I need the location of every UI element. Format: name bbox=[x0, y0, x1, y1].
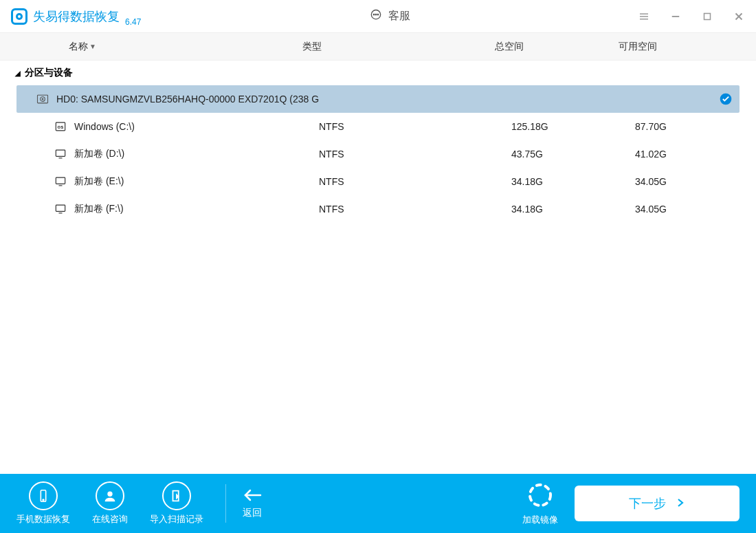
disk-icon bbox=[36, 92, 49, 106]
svg-point-13 bbox=[42, 98, 43, 100]
row-total: 34.18G bbox=[511, 176, 635, 187]
back-arrow-icon bbox=[243, 488, 262, 504]
row-type: NTFS bbox=[319, 176, 511, 187]
table-row[interactable]: HD0: SAMSUNGMZVLB256HAHQ-00000 EXD7201Q … bbox=[16, 85, 740, 113]
column-type[interactable]: 类型 bbox=[302, 41, 495, 53]
next-label: 下一步 bbox=[629, 495, 666, 512]
chat-icon bbox=[369, 8, 383, 25]
consult-button[interactable]: 在线咨询 bbox=[92, 481, 128, 525]
row-free: 87.70G bbox=[635, 121, 712, 132]
import-icon bbox=[162, 481, 191, 510]
svg-point-25 bbox=[43, 499, 44, 501]
drive-icon bbox=[54, 175, 67, 188]
menu-button[interactable] bbox=[638, 10, 650, 23]
row-label: 新加卷 (E:\) bbox=[74, 175, 124, 188]
footer-separator bbox=[225, 484, 226, 523]
row-total: 43.75G bbox=[511, 149, 635, 160]
svg-point-28 bbox=[530, 485, 551, 505]
row-label: 新加卷 (F:\) bbox=[74, 203, 124, 215]
table-row[interactable]: os Windows (C:\) NTFS 125.18G 87.70G bbox=[16, 113, 740, 140]
app-version: 6.47 bbox=[125, 17, 141, 32]
column-name-label: 名称 bbox=[69, 41, 88, 53]
svg-text:os: os bbox=[58, 124, 64, 130]
person-icon bbox=[96, 481, 124, 510]
load-image-label: 加载镜像 bbox=[522, 514, 558, 526]
phone-recovery-button[interactable]: 手机数据恢复 bbox=[16, 481, 70, 525]
support-label: 客服 bbox=[388, 9, 410, 23]
row-label: 新加卷 (D:\) bbox=[74, 148, 124, 160]
titlebar: 失易得数据恢复 6.47 客服 bbox=[0, 0, 756, 33]
row-type: NTFS bbox=[319, 204, 511, 215]
app-logo bbox=[11, 8, 27, 25]
section-partitions[interactable]: ◢ 分区与设备 bbox=[0, 61, 756, 85]
section-title: 分区与设备 bbox=[25, 67, 73, 79]
svg-point-26 bbox=[107, 492, 112, 497]
table-row[interactable]: 新加卷 (D:\) NTFS 43.75G 41.02G bbox=[16, 140, 740, 168]
footer: 手机数据恢复 在线咨询 导入扫描记录 返回 加载镜像 下一步 bbox=[0, 474, 756, 533]
svg-rect-20 bbox=[56, 177, 65, 184]
app-title: 失易得数据恢复 bbox=[33, 8, 120, 25]
sort-arrow-icon: ▼ bbox=[89, 43, 96, 50]
svg-rect-18 bbox=[56, 150, 65, 156]
phone-icon bbox=[29, 481, 58, 510]
svg-point-2 bbox=[375, 14, 376, 14]
row-type: NTFS bbox=[319, 149, 511, 160]
row-type: NTFS bbox=[319, 121, 511, 132]
column-total[interactable]: 总空间 bbox=[495, 41, 619, 53]
back-label: 返回 bbox=[243, 507, 262, 519]
column-free[interactable]: 可用空间 bbox=[619, 41, 756, 53]
phone-label: 手机数据恢复 bbox=[16, 513, 70, 525]
back-button[interactable]: 返回 bbox=[243, 488, 262, 519]
minimize-button[interactable] bbox=[669, 10, 682, 23]
loading-icon bbox=[526, 481, 554, 511]
collapse-arrow-icon: ◢ bbox=[15, 69, 21, 77]
svg-point-1 bbox=[373, 14, 374, 14]
svg-rect-22 bbox=[56, 205, 65, 211]
row-free: 34.05G bbox=[635, 204, 712, 215]
next-button[interactable]: 下一步 bbox=[575, 486, 740, 521]
chevron-right-icon bbox=[676, 497, 685, 511]
column-name[interactable]: 名称 ▼ bbox=[0, 41, 302, 53]
load-image-button[interactable]: 加载镜像 bbox=[522, 481, 558, 526]
support-button[interactable]: 客服 bbox=[141, 8, 638, 25]
maximize-button[interactable] bbox=[701, 10, 713, 23]
svg-rect-8 bbox=[704, 13, 711, 19]
table-row[interactable]: 新加卷 (F:\) NTFS 34.18G 34.05G bbox=[16, 195, 740, 223]
main-area: ◢ 分区与设备 HD0: SAMSUNGMZVLB256HAHQ-00000 E… bbox=[0, 61, 756, 474]
row-total: 34.18G bbox=[511, 204, 635, 215]
drive-icon bbox=[54, 147, 67, 161]
row-label: Windows (C:\) bbox=[74, 121, 135, 132]
consult-label: 在线咨询 bbox=[92, 513, 128, 525]
import-button[interactable]: 导入扫描记录 bbox=[150, 481, 203, 525]
drive-icon bbox=[54, 202, 67, 216]
row-label: HD0: SAMSUNGMZVLB256HAHQ-00000 EXD7201Q … bbox=[56, 94, 319, 105]
row-free: 34.05G bbox=[635, 176, 712, 187]
table-row[interactable]: 新加卷 (E:\) NTFS 34.18G 34.05G bbox=[16, 168, 740, 195]
os-drive-icon: os bbox=[54, 120, 67, 133]
table-header: 名称 ▼ 类型 总空间 可用空间 bbox=[0, 33, 756, 61]
check-icon bbox=[712, 92, 740, 106]
row-total: 125.18G bbox=[511, 121, 635, 132]
close-button[interactable] bbox=[733, 10, 745, 23]
svg-point-3 bbox=[377, 14, 378, 14]
row-free: 41.02G bbox=[635, 149, 712, 160]
import-label: 导入扫描记录 bbox=[150, 513, 203, 525]
window-controls bbox=[638, 10, 745, 23]
